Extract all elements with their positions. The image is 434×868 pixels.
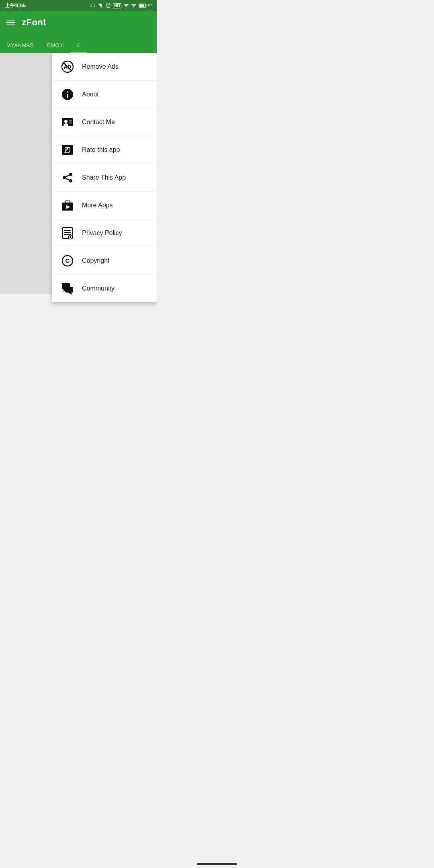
alarm-icon xyxy=(105,3,111,8)
svg-rect-12 xyxy=(69,121,72,121)
svg-rect-29 xyxy=(64,232,71,233)
copyright-icon: C xyxy=(60,254,75,268)
privacy-label: Privacy Policy xyxy=(82,229,122,237)
battery-percent: 72 xyxy=(147,3,152,8)
menu-item-about[interactable]: ! About xyxy=(52,81,157,108)
svg-rect-28 xyxy=(64,230,71,231)
menu-item-privacy[interactable]: Privacy Policy xyxy=(52,219,157,247)
status-icons: HD 72 xyxy=(90,3,152,8)
mute-icon xyxy=(98,3,103,8)
svg-point-10 xyxy=(64,120,68,123)
remove-ads-label: Remove Ads xyxy=(82,63,119,70)
svg-rect-8 xyxy=(67,94,68,98)
privacy-icon xyxy=(60,226,75,240)
rate-label: Rate this app xyxy=(82,146,120,154)
tab-emoji[interactable]: EMOJI xyxy=(41,42,70,53)
status-time: 上午9:55 xyxy=(5,2,26,9)
contact-label: Contact Me xyxy=(82,119,115,126)
battery-indicator: 72 xyxy=(139,3,152,8)
hd-badge: HD xyxy=(113,3,121,8)
share-label: Share This App xyxy=(82,174,126,181)
community-label: Community xyxy=(82,285,115,292)
menu-item-rate[interactable]: Rate this app xyxy=(52,136,157,164)
info-icon: ! xyxy=(60,87,75,102)
svg-marker-40 xyxy=(68,293,72,295)
svg-point-19 xyxy=(69,173,72,176)
tab-myanmar[interactable]: MYANMAR xyxy=(0,42,41,53)
dropdown-menu: AD Remove Ads ! About xyxy=(52,53,157,302)
svg-rect-13 xyxy=(69,123,72,123)
svg-point-20 xyxy=(63,176,66,179)
menu-item-share[interactable]: Share This App xyxy=(52,164,157,192)
about-label: About xyxy=(82,91,99,98)
app-title: zFont xyxy=(22,17,46,28)
signal-icon xyxy=(123,3,129,8)
svg-line-22 xyxy=(66,175,70,177)
status-bar: 上午9:55 HD 72 xyxy=(0,0,157,11)
more-apps-label: More Apps xyxy=(82,202,113,209)
svg-rect-2 xyxy=(139,4,144,7)
main-content: AD Remove Ads ! About xyxy=(0,53,157,294)
svg-line-23 xyxy=(66,178,70,180)
svg-point-21 xyxy=(69,179,72,182)
menu-item-copyright[interactable]: C Copyright xyxy=(52,247,157,275)
menu-item-community[interactable]: Community xyxy=(52,275,157,302)
community-icon xyxy=(60,281,75,296)
svg-rect-1 xyxy=(146,5,147,6)
svg-point-11 xyxy=(63,123,68,127)
more-apps-icon xyxy=(60,198,75,213)
svg-text:C: C xyxy=(66,257,70,264)
menu-item-contact[interactable]: Contact Me xyxy=(52,108,157,136)
contact-icon xyxy=(60,115,75,129)
svg-text:!: ! xyxy=(67,90,68,94)
tab-c[interactable]: C xyxy=(70,42,87,53)
svg-rect-30 xyxy=(64,234,71,235)
battery-icon xyxy=(139,3,147,8)
share-icon xyxy=(60,170,75,185)
svg-rect-34 xyxy=(70,237,71,238)
wifi-icon xyxy=(131,3,137,8)
ad-block-icon: AD xyxy=(60,59,75,74)
menu-item-remove-ads[interactable]: AD Remove Ads xyxy=(52,53,157,81)
copyright-label: Copyright xyxy=(82,257,109,264)
hamburger-menu[interactable] xyxy=(6,20,15,25)
svg-rect-25 xyxy=(65,201,70,203)
app-bar: zFont xyxy=(0,11,157,34)
rate-icon xyxy=(60,143,75,157)
tabs-row: MYANMAR EMOJI C xyxy=(0,34,157,53)
svg-rect-39 xyxy=(65,287,73,293)
menu-item-more-apps[interactable]: More Apps xyxy=(52,192,157,219)
headphone-icon xyxy=(90,3,96,8)
